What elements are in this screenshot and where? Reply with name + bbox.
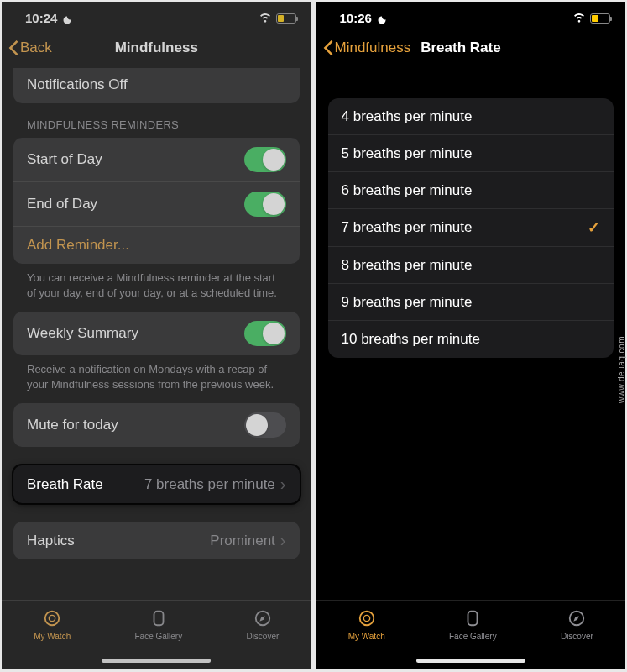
status-time: 10:24	[25, 11, 57, 25]
nav-title: Breath Rate	[421, 39, 500, 56]
content-scroll[interactable]: 4 breaths per minute5 breaths per minute…	[316, 68, 626, 617]
option-label: 6 breaths per minute	[342, 182, 473, 199]
nav-title: Mindfulness	[115, 39, 198, 56]
haptics-value: Prominent	[210, 533, 274, 549]
end-of-day-row[interactable]: End of Day	[13, 182, 300, 227]
tab-my-watch[interactable]: My Watch	[348, 607, 385, 641]
breath-rate-option[interactable]: 4 breaths per minute	[328, 98, 614, 135]
svg-rect-2	[154, 612, 163, 626]
svg-rect-6	[468, 612, 478, 626]
haptics-group: Haptics Prominent ›	[13, 522, 300, 559]
tab-label: Discover	[561, 632, 593, 641]
tab-discover[interactable]: Discover	[246, 607, 279, 641]
end-of-day-label: End of Day	[27, 196, 97, 213]
tab-label: My Watch	[348, 632, 385, 641]
weekly-summary-toggle[interactable]	[244, 321, 286, 346]
breath-rate-row[interactable]: Breath Rate 7 breaths per minute ›	[13, 465, 300, 503]
svg-point-0	[45, 612, 60, 626]
breath-rate-option[interactable]: 7 breaths per minute✓	[328, 209, 614, 247]
back-label: Mindfulness	[335, 39, 411, 56]
breath-rate-label: Breath Rate	[27, 476, 103, 493]
haptics-row[interactable]: Haptics Prominent ›	[13, 522, 300, 559]
compass-icon	[567, 607, 586, 629]
svg-point-5	[363, 615, 369, 621]
mute-group: Mute for today	[13, 403, 300, 447]
breath-rate-option[interactable]: 10 breaths per minute	[328, 321, 614, 358]
breath-rate-option[interactable]: 8 breaths per minute	[328, 247, 614, 284]
breath-rate-option[interactable]: 5 breaths per minute	[328, 135, 614, 172]
add-reminder-label: Add Reminder...	[27, 237, 129, 254]
add-reminder-row[interactable]: Add Reminder...	[13, 227, 300, 264]
reminders-header: MINDFULNESS REMINDERS	[13, 103, 300, 138]
battery-icon	[590, 13, 610, 24]
content-scroll[interactable]: Notifications Off MINDFULNESS REMINDERS …	[2, 68, 311, 617]
mute-today-row[interactable]: Mute for today	[13, 403, 300, 447]
breath-rate-option[interactable]: 9 breaths per minute	[328, 284, 614, 321]
start-of-day-toggle[interactable]	[244, 147, 286, 172]
breath-rate-value: 7 breaths per minute	[144, 476, 275, 493]
option-label: 8 breaths per minute	[342, 257, 473, 274]
tab-face-gallery[interactable]: Face Gallery	[134, 607, 182, 641]
option-label: 9 breaths per minute	[342, 294, 473, 311]
weekly-footer: Receive a notification on Mondays with a…	[13, 355, 300, 396]
tab-label: Face Gallery	[134, 632, 182, 641]
breath-rate-option[interactable]: 6 breaths per minute	[328, 172, 614, 209]
mute-today-toggle[interactable]	[244, 412, 286, 438]
chevron-right-icon: ›	[280, 531, 286, 550]
chevron-left-icon	[323, 40, 333, 55]
back-label: Back	[20, 39, 52, 56]
nav-bar: Mindfulness Breath Rate	[316, 31, 626, 68]
compass-icon	[253, 607, 272, 629]
battery-icon	[276, 13, 296, 24]
reminders-group: Start of Day End of Day Add Reminder...	[13, 138, 300, 264]
chevron-left-icon	[8, 40, 18, 55]
tab-my-watch[interactable]: My Watch	[34, 607, 71, 641]
tab-label: My Watch	[34, 632, 71, 641]
face-gallery-icon	[463, 607, 482, 629]
watch-icon	[43, 607, 61, 629]
notifications-off-label: Notifications Off	[27, 76, 128, 92]
end-of-day-toggle[interactable]	[244, 192, 286, 217]
screenshot-breath-rate: 10:26 Mindfulness Breath Rate 4 breaths …	[316, 2, 626, 669]
mute-today-label: Mute for today	[27, 417, 118, 433]
back-button[interactable]: Back	[8, 39, 52, 56]
option-label: 7 breaths per minute	[342, 219, 473, 236]
haptics-label: Haptics	[27, 533, 75, 549]
breath-rate-options: 4 breaths per minute5 breaths per minute…	[328, 98, 614, 358]
notifications-off-cell[interactable]: Notifications Off	[13, 68, 300, 103]
chevron-right-icon: ›	[280, 475, 286, 494]
tab-face-gallery[interactable]: Face Gallery	[449, 607, 497, 641]
status-time: 10:26	[340, 11, 372, 25]
home-indicator[interactable]	[102, 659, 211, 663]
start-of-day-row[interactable]: Start of Day	[13, 138, 300, 182]
do-not-disturb-icon	[377, 13, 387, 24]
svg-point-1	[49, 615, 55, 621]
option-label: 10 breaths per minute	[342, 331, 480, 348]
breath-rate-group: Breath Rate 7 breaths per minute ›	[13, 465, 300, 503]
watch-icon	[358, 607, 376, 629]
checkmark-icon: ✓	[588, 218, 600, 237]
screenshot-mindfulness-settings: 10:24 Back Mindfulness Notifications Off…	[2, 2, 311, 669]
tab-label: Discover	[246, 632, 279, 641]
back-button[interactable]: Mindfulness	[323, 39, 411, 56]
tab-discover[interactable]: Discover	[561, 607, 593, 641]
weekly-group: Weekly Summary	[13, 312, 300, 355]
weekly-summary-row[interactable]: Weekly Summary	[13, 312, 300, 355]
svg-point-4	[359, 612, 374, 626]
nav-bar: Back Mindfulness	[2, 31, 311, 68]
home-indicator[interactable]	[416, 659, 525, 663]
tab-label: Face Gallery	[449, 632, 497, 641]
start-of-day-label: Start of Day	[27, 151, 102, 168]
wifi-icon	[259, 10, 272, 26]
status-bar: 10:24	[2, 2, 311, 31]
watermark: www.deuaq.com	[618, 336, 627, 403]
face-gallery-icon	[149, 607, 168, 629]
reminders-footer: You can receive a Mindfulness reminder a…	[13, 264, 300, 305]
status-bar: 10:26	[316, 2, 626, 31]
option-label: 4 breaths per minute	[342, 108, 473, 125]
wifi-icon	[572, 10, 586, 26]
option-label: 5 breaths per minute	[342, 145, 473, 162]
weekly-summary-label: Weekly Summary	[27, 325, 138, 342]
do-not-disturb-icon	[62, 13, 72, 24]
